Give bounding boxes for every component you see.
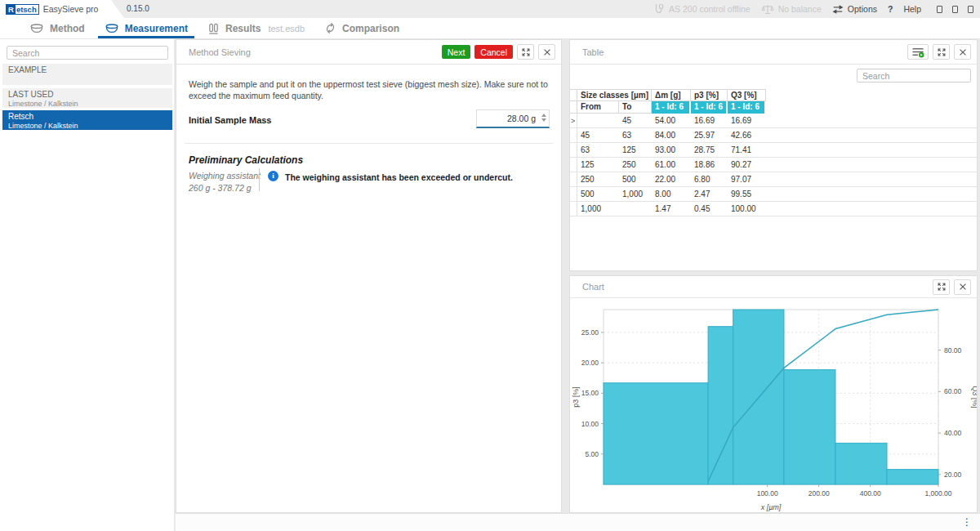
sample-mass-input[interactable]: 28.00 g xyxy=(476,109,550,128)
window-close-icon[interactable] xyxy=(968,6,973,13)
table-panel-header: Table xyxy=(570,40,977,65)
cell-dm: 84.00 xyxy=(652,128,691,142)
mass-stepper[interactable] xyxy=(541,114,546,122)
histogram-bar xyxy=(784,370,835,484)
table-search-input[interactable] xyxy=(857,69,971,83)
balance-status-label: No balance xyxy=(778,4,822,14)
device-status-label: AS 200 control offline xyxy=(669,4,751,14)
method-sieving-panel: Method Sieving Next Cancel Weigh the sam… xyxy=(176,39,562,513)
cell-dm: 8.00 xyxy=(652,187,691,201)
left-tick-label: 5.00 xyxy=(585,450,599,458)
header-filler xyxy=(766,101,977,114)
table-row[interactable]: 456384.0025.9742.66 xyxy=(570,128,977,143)
cell-p3: 2.47 xyxy=(691,187,728,201)
cell-p3: 16.69 xyxy=(691,114,728,127)
retsch-logo: R etsch xyxy=(6,4,39,15)
window-maximize-icon[interactable] xyxy=(952,6,958,13)
table-options-button[interactable] xyxy=(907,44,929,60)
size-classes-header: Size classes [µm] xyxy=(577,89,652,101)
stepper-up-icon[interactable] xyxy=(541,114,546,117)
main-tab-bar: Method Measurement Results test.esdb Com… xyxy=(0,18,980,39)
series-id-header[interactable]: 1 - Id: 6 xyxy=(652,101,691,114)
sidebar-item-retsch[interactable]: Retsch Limestone / Kalkstein xyxy=(2,110,172,130)
method-panel-header: Method Sieving Next Cancel xyxy=(176,40,561,65)
cell-marker xyxy=(570,187,577,201)
weighing-assistant-range: 260 g - 378.72 g xyxy=(189,183,251,193)
expand-icon xyxy=(937,282,947,292)
tab-results[interactable]: Results test.esdb xyxy=(198,18,314,38)
cell-filler xyxy=(766,128,977,142)
left-tick-label: 25.00 xyxy=(581,328,599,337)
options-button[interactable]: Options xyxy=(832,4,877,15)
prelim-calculations-title: Preliminary Calculations xyxy=(189,154,303,166)
next-button[interactable]: Next xyxy=(442,45,471,59)
tab-method[interactable]: Method xyxy=(20,18,95,38)
sidebar-item-last-used[interactable]: LAST USED Limestone / Kalkstein xyxy=(2,88,172,108)
window-controls xyxy=(937,6,973,13)
sidebar-item-example[interactable]: EXAMPLE xyxy=(2,64,172,85)
table-header-row-2: From To 1 - Id: 6 1 - Id: 6 1 - Id: 6 xyxy=(570,101,977,114)
product-name: EasySieve pro xyxy=(43,4,99,14)
cell-filler xyxy=(766,172,977,186)
cancel-button[interactable]: Cancel xyxy=(474,45,513,59)
table-row[interactable]: 12525061.0018.8690.27 xyxy=(570,158,977,172)
section-divider xyxy=(185,143,553,144)
right-axis-title: Q3 [%] xyxy=(971,386,977,408)
chart-panel: Chart 5.0010.0015.0020.0025.0020.0040.00… xyxy=(569,275,978,513)
chart-body: 5.0010.0015.0020.0025.0020.0040.0060.008… xyxy=(570,298,977,512)
cell-dm: 22.00 xyxy=(652,172,691,186)
sidebar-item-title: LAST USED xyxy=(8,90,167,100)
instruction-text: Weigh the sample and put it on the upper… xyxy=(189,78,554,101)
histogram-bar xyxy=(604,383,708,484)
series-id-header[interactable]: 1 - Id: 6 xyxy=(728,101,766,114)
table-row[interactable]: >4554.0016.6916.69 xyxy=(570,114,977,128)
sidebar-search-input[interactable] xyxy=(7,46,168,60)
close-panel-button[interactable] xyxy=(954,44,971,60)
close-panel-button[interactable] xyxy=(538,44,555,60)
histogram-bar xyxy=(835,443,887,484)
cell-filler xyxy=(766,187,977,201)
table-row[interactable]: 25050022.006.8097.07 xyxy=(570,172,977,187)
cell-dm: 54.00 xyxy=(652,114,691,127)
cell-filler xyxy=(766,158,977,172)
expand-panel-button[interactable] xyxy=(933,44,950,60)
device-status: AS 200 control offline xyxy=(653,2,751,16)
x-axis-title: x [µm] xyxy=(760,503,782,511)
left-axis-title: p3 [%] xyxy=(572,386,580,408)
expand-panel-button[interactable] xyxy=(517,44,534,60)
help-button[interactable]: Help xyxy=(903,4,921,14)
method-panel-title: Method Sieving xyxy=(189,47,438,57)
cell-to: 63 xyxy=(619,128,652,142)
cell-from: 250 xyxy=(577,172,619,186)
window-minimize-icon[interactable] xyxy=(937,6,942,13)
tab-comparison[interactable]: Comparison xyxy=(314,18,409,38)
histogram-bar xyxy=(887,470,938,484)
logo-tab-slant xyxy=(111,0,124,18)
close-icon xyxy=(542,47,552,57)
tab-measurement[interactable]: Measurement xyxy=(95,18,198,38)
left-tick-label: 20.00 xyxy=(581,359,599,367)
cell-from: 125 xyxy=(577,158,619,172)
cell-q3: 71.41 xyxy=(728,143,766,157)
close-panel-button[interactable] xyxy=(954,279,971,295)
table-row[interactable]: 6312593.0028.7571.41 xyxy=(570,143,977,158)
series-id-header[interactable]: 1 - Id: 6 xyxy=(691,101,728,114)
cell-dm: 93.00 xyxy=(652,143,691,157)
cell-from: 1,000 xyxy=(577,202,619,216)
chart-svg: 5.0010.0015.0020.0025.0020.0040.0060.008… xyxy=(570,298,977,512)
data-table: Size classes [µm] Δm [g] p3 [%] Q3 [%] F… xyxy=(570,89,977,216)
table-row[interactable]: 1,0001.470.45100.00 xyxy=(570,202,977,216)
sample-mass-value: 28.00 g xyxy=(507,114,536,123)
cell-to: 45 xyxy=(619,114,652,127)
tab-method-label: Method xyxy=(50,23,85,34)
table-columns-icon xyxy=(911,47,925,58)
header-filler xyxy=(766,89,977,101)
help-label: Help xyxy=(903,4,921,14)
cell-marker xyxy=(570,172,577,186)
more-options-icon[interactable]: ⋮ xyxy=(962,516,972,528)
expand-panel-button[interactable] xyxy=(933,279,950,295)
quick-help-button[interactable]: ? xyxy=(888,4,893,14)
table-row[interactable]: 5001,0008.002.4799.55 xyxy=(570,187,977,202)
sidebar-item-title: Retsch xyxy=(8,112,167,122)
stepper-down-icon[interactable] xyxy=(541,118,546,122)
